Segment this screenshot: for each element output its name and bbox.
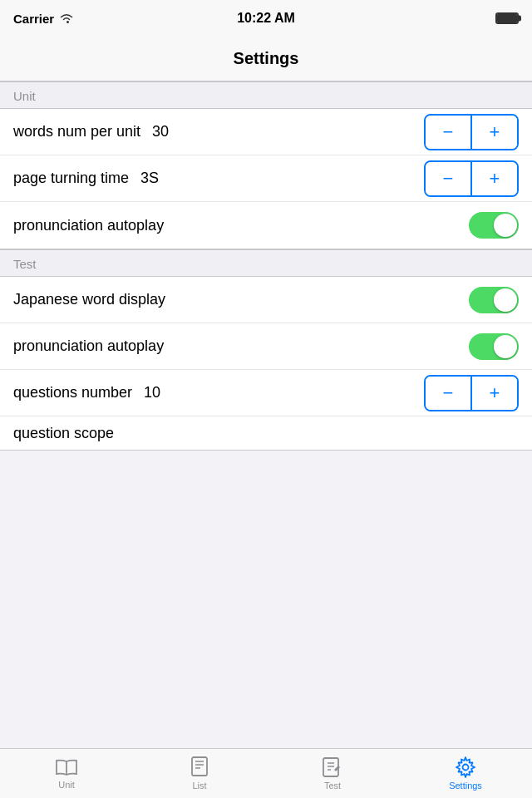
toggle-thumb xyxy=(494,288,517,312)
questions-number-label: questions number xyxy=(13,384,132,401)
table-row: pronunciation autoplay xyxy=(0,323,532,370)
tab-list[interactable]: List xyxy=(133,749,266,798)
svg-rect-1 xyxy=(192,757,207,776)
page-turning-minus-button[interactable]: − xyxy=(426,162,470,195)
row-left-group: words num per unit 30 xyxy=(13,123,169,140)
tab-test-label: Test xyxy=(324,781,341,791)
toggle-thumb xyxy=(494,214,517,237)
carrier-label: Carrier xyxy=(13,12,74,26)
words-num-label: words num per unit xyxy=(13,123,140,140)
unit-section: words num per unit 30 − + page turning t… xyxy=(0,109,532,249)
question-scope-label: question scope xyxy=(13,425,114,442)
gear-icon xyxy=(455,756,476,778)
test-section: Japanese word display pronunciation auto… xyxy=(0,277,532,451)
japanese-word-display-toggle[interactable] xyxy=(469,287,519,313)
toggle-thumb xyxy=(494,335,517,358)
battery-block xyxy=(495,12,519,24)
table-row: questions number 10 − + xyxy=(0,370,532,416)
section-header-test: Test xyxy=(0,249,532,277)
pencil-icon xyxy=(322,756,343,778)
questions-number-plus-button[interactable]: + xyxy=(472,377,517,410)
table-row: Japanese word display xyxy=(0,277,532,323)
battery-indicator xyxy=(495,12,519,24)
words-num-stepper[interactable]: − + xyxy=(424,114,519,150)
row-left-group: questions number 10 xyxy=(13,384,160,401)
status-bar: Carrier 10:22 AM xyxy=(0,0,532,37)
page-turning-stepper[interactable]: − + xyxy=(424,160,519,197)
pronunciation-autoplay-test-label: pronunciation autoplay xyxy=(13,337,164,355)
questions-number-minus-button[interactable]: − xyxy=(426,377,470,410)
questions-number-value: 10 xyxy=(144,384,160,401)
battery-fill xyxy=(497,14,517,22)
content-area: Unit words num per unit 30 − + page turn… xyxy=(0,81,532,748)
tab-unit[interactable]: Unit xyxy=(0,749,133,798)
page-title: Settings xyxy=(234,49,299,68)
table-row: question scope xyxy=(0,416,532,450)
row-left-group: page turning time 3S xyxy=(13,170,159,187)
table-row: page turning time 3S − + xyxy=(0,155,532,202)
pronunciation-autoplay-unit-toggle[interactable] xyxy=(469,212,519,239)
table-row: words num per unit 30 − + xyxy=(0,109,532,155)
page-turning-plus-button[interactable]: + xyxy=(472,162,517,195)
questions-number-stepper[interactable]: − + xyxy=(424,375,519,411)
words-num-value: 30 xyxy=(152,123,169,140)
book-open-icon xyxy=(55,757,78,777)
pronunciation-autoplay-test-toggle[interactable] xyxy=(469,333,519,360)
tab-list-label: List xyxy=(192,781,206,791)
svg-rect-2 xyxy=(323,758,338,776)
status-time: 10:22 AM xyxy=(237,11,295,26)
words-num-minus-button[interactable]: − xyxy=(426,116,470,149)
tab-settings[interactable]: Settings xyxy=(399,749,532,798)
tab-settings-label: Settings xyxy=(449,781,482,791)
words-num-plus-button[interactable]: + xyxy=(472,116,517,149)
page-turning-value: 3S xyxy=(140,170,159,187)
tab-unit-label: Unit xyxy=(58,780,75,790)
table-row: pronunciation autoplay xyxy=(0,202,532,249)
pronunciation-autoplay-unit-label: pronunciation autoplay xyxy=(13,217,164,234)
section-header-unit: Unit xyxy=(0,81,532,109)
nav-bar: Settings xyxy=(0,37,532,81)
tab-test[interactable]: Test xyxy=(266,749,399,798)
tab-bar: Unit List Test Settings xyxy=(0,748,532,798)
page-turning-label: page turning time xyxy=(13,170,129,187)
svg-point-3 xyxy=(463,765,469,771)
carrier-text: Carrier xyxy=(13,12,54,26)
japanese-word-display-label: Japanese word display xyxy=(13,291,165,308)
wifi-icon xyxy=(59,12,74,24)
book-icon xyxy=(190,756,209,778)
